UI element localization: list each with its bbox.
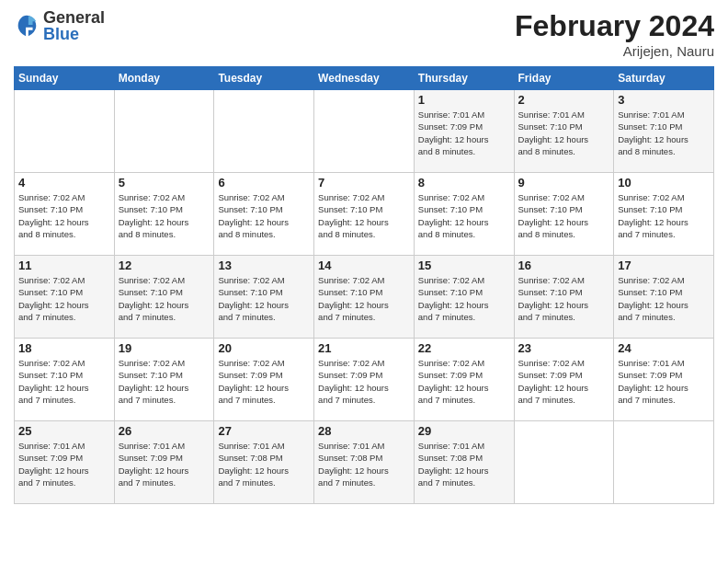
calendar-cell <box>214 90 314 173</box>
day-number: 14 <box>318 259 410 272</box>
calendar-cell: 10Sunrise: 7:02 AM Sunset: 7:10 PM Dayli… <box>614 173 714 256</box>
calendar-cell: 3Sunrise: 7:01 AM Sunset: 7:10 PM Daylig… <box>614 90 714 173</box>
day-number: 9 <box>518 176 610 190</box>
col-header-thursday: Thursday <box>414 67 514 90</box>
day-number: 5 <box>119 176 210 190</box>
calendar-cell: 4Sunrise: 7:02 AM Sunset: 7:10 PM Daylig… <box>15 173 115 256</box>
calendar-week-row: 4Sunrise: 7:02 AM Sunset: 7:10 PM Daylig… <box>15 173 714 256</box>
day-info: Sunrise: 7:01 AM Sunset: 7:08 PM Dayligh… <box>318 440 410 488</box>
day-info: Sunrise: 7:02 AM Sunset: 7:10 PM Dayligh… <box>119 274 210 323</box>
calendar-cell: 16Sunrise: 7:02 AM Sunset: 7:10 PM Dayli… <box>514 256 614 339</box>
calendar-cell: 26Sunrise: 7:01 AM Sunset: 7:09 PM Dayli… <box>114 421 214 504</box>
day-number: 22 <box>418 341 510 355</box>
day-number: 12 <box>119 259 210 272</box>
col-header-tuesday: Tuesday <box>214 67 314 90</box>
day-number: 26 <box>119 424 210 438</box>
day-info: Sunrise: 7:02 AM Sunset: 7:09 PM Dayligh… <box>418 357 510 406</box>
day-info: Sunrise: 7:02 AM Sunset: 7:10 PM Dayligh… <box>518 274 610 323</box>
calendar-cell: 29Sunrise: 7:01 AM Sunset: 7:08 PM Dayli… <box>414 421 514 504</box>
logo-icon <box>14 13 40 39</box>
calendar-cell <box>15 90 115 173</box>
day-number: 4 <box>18 176 110 190</box>
day-info: Sunrise: 7:02 AM Sunset: 7:10 PM Dayligh… <box>119 357 210 406</box>
col-header-wednesday: Wednesday <box>314 67 415 90</box>
day-number: 10 <box>618 176 710 190</box>
calendar-cell: 17Sunrise: 7:02 AM Sunset: 7:10 PM Dayli… <box>614 256 714 339</box>
calendar-week-row: 11Sunrise: 7:02 AM Sunset: 7:10 PM Dayli… <box>15 256 714 339</box>
calendar-cell <box>314 90 415 173</box>
col-header-sunday: Sunday <box>15 67 115 90</box>
day-number: 15 <box>418 259 510 272</box>
page-header: General Blue February 2024 Arijejen, Nau… <box>14 9 714 59</box>
day-info: Sunrise: 7:01 AM Sunset: 7:08 PM Dayligh… <box>418 440 510 488</box>
day-info: Sunrise: 7:02 AM Sunset: 7:10 PM Dayligh… <box>218 191 310 240</box>
day-number: 7 <box>318 176 410 190</box>
day-info: Sunrise: 7:01 AM Sunset: 7:10 PM Dayligh… <box>518 109 610 157</box>
day-info: Sunrise: 7:02 AM Sunset: 7:10 PM Dayligh… <box>218 274 310 323</box>
day-info: Sunrise: 7:02 AM Sunset: 7:09 PM Dayligh… <box>318 357 410 406</box>
title-block: February 2024 Arijejen, Nauru <box>515 9 714 59</box>
calendar-header-row: SundayMondayTuesdayWednesdayThursdayFrid… <box>15 67 714 90</box>
calendar-cell: 6Sunrise: 7:02 AM Sunset: 7:10 PM Daylig… <box>214 173 314 256</box>
day-info: Sunrise: 7:02 AM Sunset: 7:09 PM Dayligh… <box>518 357 610 406</box>
day-number: 24 <box>618 341 710 355</box>
day-info: Sunrise: 7:02 AM Sunset: 7:10 PM Dayligh… <box>18 274 110 323</box>
calendar-cell <box>614 421 714 504</box>
calendar-cell: 1Sunrise: 7:01 AM Sunset: 7:09 PM Daylig… <box>414 90 514 173</box>
day-info: Sunrise: 7:02 AM Sunset: 7:10 PM Dayligh… <box>618 274 710 323</box>
day-number: 17 <box>618 259 710 272</box>
logo-text: General Blue <box>43 9 105 42</box>
day-number: 29 <box>418 424 510 438</box>
calendar-cell: 20Sunrise: 7:02 AM Sunset: 7:09 PM Dayli… <box>214 339 314 421</box>
calendar-cell: 9Sunrise: 7:02 AM Sunset: 7:10 PM Daylig… <box>514 173 614 256</box>
day-info: Sunrise: 7:02 AM Sunset: 7:10 PM Dayligh… <box>318 274 410 323</box>
calendar-week-row: 1Sunrise: 7:01 AM Sunset: 7:09 PM Daylig… <box>15 90 714 173</box>
day-number: 1 <box>418 93 510 107</box>
day-info: Sunrise: 7:01 AM Sunset: 7:09 PM Dayligh… <box>119 440 210 488</box>
day-info: Sunrise: 7:02 AM Sunset: 7:10 PM Dayligh… <box>318 191 410 240</box>
day-number: 18 <box>18 341 110 355</box>
calendar-cell: 5Sunrise: 7:02 AM Sunset: 7:10 PM Daylig… <box>114 173 214 256</box>
calendar-table: SundayMondayTuesdayWednesdayThursdayFrid… <box>14 66 714 504</box>
day-number: 8 <box>418 176 510 190</box>
calendar-cell: 12Sunrise: 7:02 AM Sunset: 7:10 PM Dayli… <box>114 256 214 339</box>
day-number: 25 <box>18 424 110 438</box>
calendar-cell: 18Sunrise: 7:02 AM Sunset: 7:10 PM Dayli… <box>15 339 115 421</box>
calendar-cell: 24Sunrise: 7:01 AM Sunset: 7:09 PM Dayli… <box>614 339 714 421</box>
day-info: Sunrise: 7:02 AM Sunset: 7:10 PM Dayligh… <box>18 357 110 406</box>
day-number: 19 <box>119 341 210 355</box>
calendar-cell: 2Sunrise: 7:01 AM Sunset: 7:10 PM Daylig… <box>514 90 614 173</box>
day-info: Sunrise: 7:01 AM Sunset: 7:08 PM Dayligh… <box>218 440 310 488</box>
day-number: 2 <box>518 93 610 107</box>
day-info: Sunrise: 7:02 AM Sunset: 7:10 PM Dayligh… <box>518 191 610 240</box>
day-info: Sunrise: 7:02 AM Sunset: 7:09 PM Dayligh… <box>218 357 310 406</box>
day-info: Sunrise: 7:02 AM Sunset: 7:10 PM Dayligh… <box>418 191 510 240</box>
day-number: 11 <box>18 259 110 272</box>
calendar-cell: 19Sunrise: 7:02 AM Sunset: 7:10 PM Dayli… <box>114 339 214 421</box>
day-number: 6 <box>218 176 310 190</box>
day-number: 23 <box>518 341 610 355</box>
day-info: Sunrise: 7:02 AM Sunset: 7:10 PM Dayligh… <box>18 191 110 240</box>
day-number: 27 <box>218 424 310 438</box>
calendar-cell: 21Sunrise: 7:02 AM Sunset: 7:09 PM Dayli… <box>314 339 415 421</box>
calendar-cell: 27Sunrise: 7:01 AM Sunset: 7:08 PM Dayli… <box>214 421 314 504</box>
calendar-cell: 15Sunrise: 7:02 AM Sunset: 7:10 PM Dayli… <box>414 256 514 339</box>
calendar-cell: 28Sunrise: 7:01 AM Sunset: 7:08 PM Dayli… <box>314 421 415 504</box>
logo-general-text: General <box>43 9 105 26</box>
day-info: Sunrise: 7:01 AM Sunset: 7:10 PM Dayligh… <box>618 109 710 157</box>
day-number: 20 <box>218 341 310 355</box>
calendar-cell <box>114 90 214 173</box>
day-number: 3 <box>618 93 710 107</box>
col-header-friday: Friday <box>514 67 614 90</box>
calendar-week-row: 25Sunrise: 7:01 AM Sunset: 7:09 PM Dayli… <box>15 421 714 504</box>
calendar-cell: 22Sunrise: 7:02 AM Sunset: 7:09 PM Dayli… <box>414 339 514 421</box>
col-header-monday: Monday <box>114 67 214 90</box>
col-header-saturday: Saturday <box>614 67 714 90</box>
calendar-cell: 25Sunrise: 7:01 AM Sunset: 7:09 PM Dayli… <box>15 421 115 504</box>
location-subtitle: Arijejen, Nauru <box>515 43 714 59</box>
calendar-cell: 23Sunrise: 7:02 AM Sunset: 7:09 PM Dayli… <box>514 339 614 421</box>
logo-blue-text: Blue <box>43 26 105 42</box>
month-year-title: February 2024 <box>515 9 714 43</box>
day-info: Sunrise: 7:01 AM Sunset: 7:09 PM Dayligh… <box>618 357 710 406</box>
logo: General Blue <box>14 9 105 42</box>
